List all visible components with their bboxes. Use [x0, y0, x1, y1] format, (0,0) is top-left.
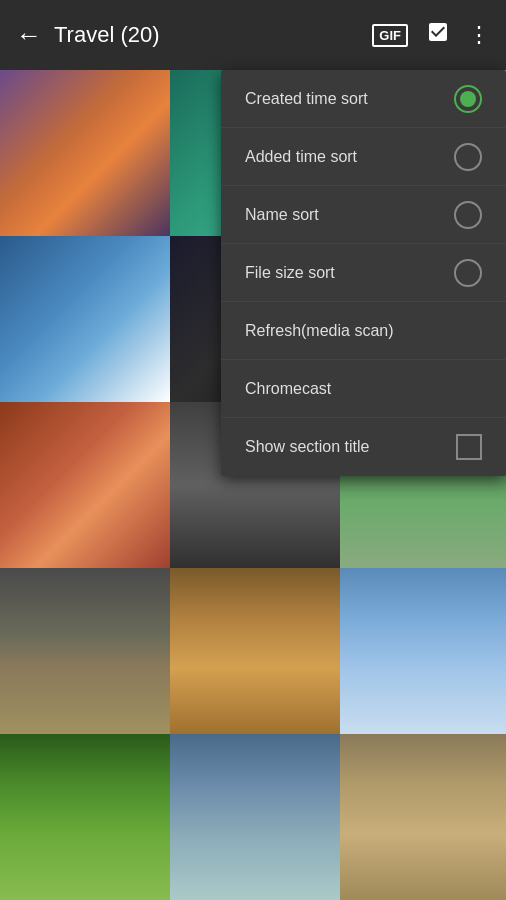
gif-button[interactable]: GIF [372, 24, 408, 47]
photo-item[interactable] [170, 734, 340, 900]
select-button[interactable] [426, 20, 450, 50]
menu-label-added-time-sort: Added time sort [245, 148, 357, 166]
menu-item-show-section-title[interactable]: Show section title [221, 418, 506, 476]
page-title: Travel (20) [54, 22, 372, 48]
more-options-button[interactable]: ⋮ [468, 22, 490, 48]
radio-file-size-sort[interactable] [454, 259, 482, 287]
photo-item[interactable] [0, 70, 170, 236]
radio-created-time-sort[interactable] [454, 85, 482, 113]
menu-item-name-sort[interactable]: Name sort [221, 186, 506, 244]
top-bar: ← Travel (20) GIF ⋮ [0, 0, 506, 70]
photo-item[interactable] [170, 568, 340, 734]
photo-item[interactable] [0, 734, 170, 900]
photo-item[interactable] [340, 734, 506, 900]
photo-item[interactable] [0, 402, 170, 568]
menu-item-created-time-sort[interactable]: Created time sort [221, 70, 506, 128]
menu-label-name-sort: Name sort [245, 206, 319, 224]
menu-item-file-size-sort[interactable]: File size sort [221, 244, 506, 302]
menu-label-created-time-sort: Created time sort [245, 90, 368, 108]
menu-label-file-size-sort: File size sort [245, 264, 335, 282]
menu-label-chromecast: Chromecast [245, 380, 331, 398]
menu-label-refresh: Refresh(media scan) [245, 322, 394, 340]
checkbox-show-section-title[interactable] [456, 434, 482, 460]
sort-dropdown-menu: Created time sort Added time sort Name s… [221, 70, 506, 476]
menu-label-show-section-title: Show section title [245, 438, 370, 456]
back-button[interactable]: ← [16, 20, 42, 51]
menu-item-added-time-sort[interactable]: Added time sort [221, 128, 506, 186]
menu-item-chromecast[interactable]: Chromecast [221, 360, 506, 418]
top-icons: GIF ⋮ [372, 20, 490, 50]
photo-item[interactable] [0, 236, 170, 402]
radio-name-sort[interactable] [454, 201, 482, 229]
photo-item[interactable] [0, 568, 170, 734]
radio-added-time-sort[interactable] [454, 143, 482, 171]
menu-item-refresh[interactable]: Refresh(media scan) [221, 302, 506, 360]
photo-item[interactable] [340, 568, 506, 734]
